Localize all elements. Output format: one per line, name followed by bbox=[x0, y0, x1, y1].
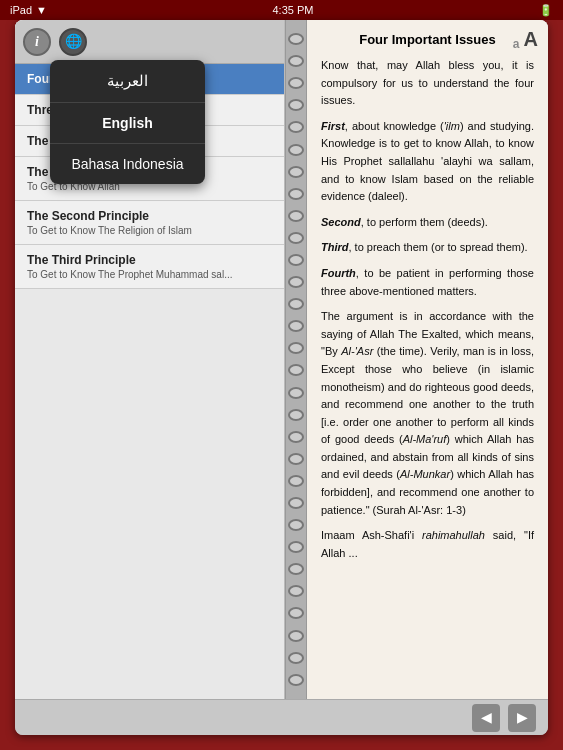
content-rahimahullah: rahimahullah bbox=[422, 529, 485, 541]
spiral-ring bbox=[288, 585, 304, 597]
font-small-button[interactable]: a bbox=[513, 37, 520, 51]
spiral-ring bbox=[288, 364, 304, 376]
content-panel: a A Four Important Issues Know that, may… bbox=[307, 20, 548, 699]
spiral-ring bbox=[288, 387, 304, 399]
spiral-ring bbox=[288, 652, 304, 664]
info-button[interactable]: i bbox=[23, 28, 51, 56]
spiral-ring bbox=[288, 497, 304, 509]
language-dropdown: العربية English Bahasa Indonesia bbox=[50, 60, 205, 184]
spiral-ring bbox=[288, 99, 304, 111]
status-bar: iPad ▼ 4:35 PM 🔋 bbox=[0, 0, 563, 20]
content-paragraph-4: Third, to preach them (or to spread them… bbox=[321, 239, 534, 257]
spiral-ring bbox=[288, 541, 304, 553]
globe-icon: 🌐 bbox=[65, 33, 82, 50]
spiral-ring bbox=[288, 320, 304, 332]
toc-title-second-principle: The Second Principle bbox=[27, 209, 272, 223]
toolbar: i 🌐 bbox=[15, 20, 284, 64]
spiral-ring bbox=[288, 188, 304, 200]
toc-item-third-principle[interactable]: The Third Principle To Get to Know The P… bbox=[15, 245, 284, 289]
info-icon: i bbox=[35, 34, 39, 50]
spiral-ring bbox=[288, 210, 304, 222]
content-paragraph-6: The argument is in accordance with the s… bbox=[321, 308, 534, 519]
content-paragraph-7: Imaam Ash-Shafi'i rahimahullah said, "If… bbox=[321, 527, 534, 562]
spiral-ring bbox=[288, 519, 304, 531]
font-large-button[interactable]: A bbox=[524, 28, 538, 51]
spiral-ring bbox=[288, 453, 304, 465]
next-button[interactable]: ▶ bbox=[508, 704, 536, 732]
wifi-icon: ▼ bbox=[36, 4, 47, 16]
globe-button[interactable]: 🌐 bbox=[59, 28, 87, 56]
toc-item-second-principle[interactable]: The Second Principle To Get to Know The … bbox=[15, 201, 284, 245]
battery-icon: 🔋 bbox=[539, 4, 553, 17]
font-controls: a A bbox=[513, 28, 538, 51]
bahasa-option-label: Bahasa Indonesia bbox=[71, 156, 183, 172]
spiral-ring bbox=[288, 563, 304, 575]
content-paragraph-1: Know that, may Allah bless you, it is co… bbox=[321, 57, 534, 110]
spiral-ring bbox=[288, 630, 304, 642]
spiral-ring bbox=[288, 475, 304, 487]
spiral-ring bbox=[288, 121, 304, 133]
spiral-ring bbox=[288, 55, 304, 67]
spiral-ring bbox=[288, 409, 304, 421]
content-paragraph-5: Fourth, to be patient in performing thos… bbox=[321, 265, 534, 300]
language-option-english[interactable]: English bbox=[50, 103, 205, 144]
status-right: 🔋 bbox=[539, 4, 553, 17]
bottom-nav: ◀ ▶ bbox=[15, 699, 548, 735]
ipad-label: iPad bbox=[10, 4, 32, 16]
spiral-ring bbox=[288, 431, 304, 443]
content-body: Know that, may Allah bless you, it is co… bbox=[321, 57, 534, 562]
spiral-ring bbox=[288, 232, 304, 244]
toc-title-third-principle: The Third Principle bbox=[27, 253, 272, 267]
prev-button[interactable]: ◀ bbox=[472, 704, 500, 732]
language-option-bahasa[interactable]: Bahasa Indonesia bbox=[50, 144, 205, 184]
content-third-label: Third bbox=[321, 241, 349, 253]
spiral-ring bbox=[288, 166, 304, 178]
content-title: Four Important Issues bbox=[321, 32, 534, 47]
spiral-ring bbox=[288, 342, 304, 354]
book-area: i 🌐 العربية English Bahasa Indonesia bbox=[15, 20, 548, 699]
arabic-option-label: العربية bbox=[107, 72, 148, 89]
spiral-ring bbox=[288, 33, 304, 45]
toc-subtitle-second-principle: To Get to Know The Religion of Islam bbox=[27, 225, 272, 236]
spiral-binding bbox=[285, 20, 307, 699]
toc-subtitle-third-principle: To Get to Know The Prophet Muhammad sal.… bbox=[27, 269, 272, 280]
content-ilm: 'ilm bbox=[444, 120, 460, 132]
content-fourth-label: Fourth bbox=[321, 267, 356, 279]
spiral-ring bbox=[288, 674, 304, 686]
content-second-label: Second bbox=[321, 216, 361, 228]
spiral-ring bbox=[288, 254, 304, 266]
language-option-arabic[interactable]: العربية bbox=[50, 60, 205, 103]
prev-icon: ◀ bbox=[481, 709, 492, 726]
spiral-ring bbox=[288, 607, 304, 619]
spiral-ring bbox=[288, 144, 304, 156]
toc-panel: i 🌐 العربية English Bahasa Indonesia bbox=[15, 20, 285, 699]
status-left: iPad ▼ bbox=[10, 4, 47, 16]
status-time: 4:35 PM bbox=[272, 4, 313, 16]
content-al-asr-ref: Al-'Asr bbox=[341, 345, 373, 357]
spiral-ring bbox=[288, 276, 304, 288]
content-al-maruf-ref: Al-Ma'ruf bbox=[403, 433, 447, 445]
next-icon: ▶ bbox=[517, 709, 528, 726]
spiral-ring bbox=[288, 77, 304, 89]
content-paragraph-2: First, about knowledge ('ilm) and studyi… bbox=[321, 118, 534, 206]
content-paragraph-3: Second, to perform them (deeds). bbox=[321, 214, 534, 232]
spiral-ring bbox=[288, 298, 304, 310]
content-al-munkar-ref: Al-Munkar bbox=[400, 468, 450, 480]
main-container: i 🌐 العربية English Bahasa Indonesia bbox=[15, 20, 548, 735]
english-option-label: English bbox=[102, 115, 153, 131]
content-first-label: First bbox=[321, 120, 345, 132]
